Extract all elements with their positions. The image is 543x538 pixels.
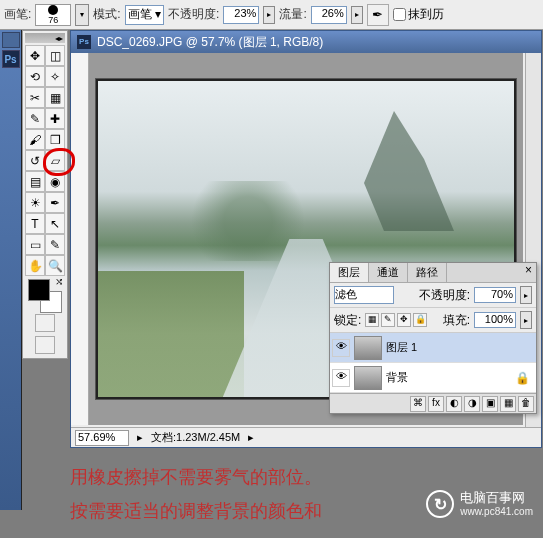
- lock-move-icon[interactable]: ✥: [397, 313, 411, 327]
- brush-dropdown-icon[interactable]: ▾: [75, 4, 89, 26]
- group-icon[interactable]: ▣: [482, 396, 498, 412]
- brush-options-bar: 画笔: 76 ▾ 模式: 画笔 ▾ 不透明度: 23% ▸ 流量: 26% ▸ …: [0, 0, 543, 30]
- layers-panel: 图层 通道 路径 × 滤色 不透明度: 70% ▸ 锁定: ▦ ✎ ✥ 🔒 填充…: [329, 262, 537, 414]
- fill-label: 填充:: [443, 312, 470, 329]
- hand-tool[interactable]: ✋: [25, 255, 45, 276]
- panel-close-icon[interactable]: ×: [521, 263, 536, 282]
- photoshop-logo-icon: Ps: [2, 50, 20, 68]
- layer-opacity-input[interactable]: 70%: [474, 287, 516, 303]
- eyedropper-tool[interactable]: ✎: [25, 108, 45, 129]
- eraser-tool[interactable]: ▱: [45, 150, 65, 171]
- brush-dot-icon: [48, 5, 58, 15]
- adjustment-icon[interactable]: ◑: [464, 396, 480, 412]
- fill-input[interactable]: 100%: [474, 312, 516, 328]
- swap-colors-icon[interactable]: ⤭: [55, 276, 63, 287]
- stamp-tool[interactable]: ❒: [45, 129, 65, 150]
- blur-tool[interactable]: ◉: [45, 171, 65, 192]
- blend-row: 滤色 不透明度: 70% ▸: [330, 283, 536, 308]
- opacity-input[interactable]: 23%: [223, 6, 259, 24]
- brush-label: 画笔:: [4, 6, 31, 23]
- flow-label: 流量:: [279, 6, 306, 23]
- statusbar-arrow-icon[interactable]: ▸: [137, 431, 143, 444]
- stripe-toggle-icon[interactable]: [2, 32, 20, 48]
- erase-history-box[interactable]: [393, 8, 406, 21]
- trash-icon[interactable]: 🗑: [518, 396, 534, 412]
- lock-indicator-icon: 🔒: [515, 371, 530, 385]
- fill-arrow-icon[interactable]: ▸: [520, 311, 532, 329]
- tab-layers[interactable]: 图层: [330, 263, 369, 282]
- new-layer-icon[interactable]: ▦: [500, 396, 516, 412]
- zoom-tool[interactable]: 🔍: [45, 255, 65, 276]
- zoom-input[interactable]: 57.69%: [75, 430, 129, 446]
- visibility-eye-icon[interactable]: 👁: [332, 369, 350, 387]
- path-tool[interactable]: ↖: [45, 213, 65, 234]
- lock-label: 锁定:: [334, 312, 361, 329]
- layers-panel-footer: ⌘ fx ◐ ◑ ▣ ▦ 🗑: [330, 393, 536, 413]
- screen-mode-button[interactable]: [35, 336, 55, 354]
- tab-channels[interactable]: 通道: [369, 263, 408, 282]
- flow-input[interactable]: 26%: [311, 6, 347, 24]
- marquee-tool[interactable]: ◫: [45, 45, 65, 66]
- lock-icons-group: ▦ ✎ ✥ 🔒: [365, 313, 427, 327]
- brush-preset-picker[interactable]: 76: [35, 4, 71, 26]
- pen-tool[interactable]: ✒: [45, 192, 65, 213]
- gradient-tool[interactable]: ▤: [25, 171, 45, 192]
- crop-tool[interactable]: ✂: [25, 87, 45, 108]
- slice-tool[interactable]: ▦: [45, 87, 65, 108]
- document-statusbar: 57.69% ▸ 文档:1.23M/2.45M ▸: [71, 427, 541, 447]
- layer-list: 👁 图层 1 👁 背景 🔒: [330, 333, 536, 393]
- image-mountain: [354, 111, 454, 231]
- mask-icon[interactable]: ◐: [446, 396, 462, 412]
- lock-row: 锁定: ▦ ✎ ✥ 🔒 填充: 100% ▸: [330, 308, 536, 333]
- wand-tool[interactable]: ✧: [45, 66, 65, 87]
- panel-tabs: 图层 通道 路径 ×: [330, 263, 536, 283]
- opacity-flyout-icon[interactable]: ▸: [263, 6, 275, 24]
- lock-transparent-icon[interactable]: ▦: [365, 313, 379, 327]
- watermark-logo-icon: ↻: [426, 490, 454, 518]
- dodge-tool[interactable]: ☀: [25, 192, 45, 213]
- ruler-vertical[interactable]: [71, 53, 89, 425]
- doc-ps-icon: Ps: [77, 35, 91, 49]
- lock-paint-icon[interactable]: ✎: [381, 313, 395, 327]
- layer-name[interactable]: 背景: [386, 370, 408, 385]
- layer-thumbnail[interactable]: [354, 336, 382, 360]
- history-brush-tool[interactable]: ↺: [25, 150, 45, 171]
- visibility-eye-icon[interactable]: 👁: [332, 339, 350, 357]
- flow-flyout-icon[interactable]: ▸: [351, 6, 363, 24]
- layer-item[interactable]: 👁 背景 🔒: [330, 363, 536, 393]
- caption-line2: 按需要适当的调整背景的颜色和: [70, 494, 322, 528]
- layer-item[interactable]: 👁 图层 1: [330, 333, 536, 363]
- toolbox-panel: ◂▸ ✥◫ ⟲✧ ✂▦ ✎✚ 🖌❒ ↺▱ ▤◉ ☀✒ T↖ ▭✎ ✋🔍 ⤭: [22, 30, 68, 359]
- airbrush-icon[interactable]: ✒: [367, 4, 389, 26]
- lock-all-icon[interactable]: 🔒: [413, 313, 427, 327]
- watermark-brand: 电脑百事网: [460, 491, 533, 505]
- watermark-url: www.pc841.com: [460, 506, 533, 517]
- shape-tool[interactable]: ▭: [25, 234, 45, 255]
- move-tool[interactable]: ✥: [25, 45, 45, 66]
- erase-history-checkbox[interactable]: 抹到历: [393, 6, 444, 23]
- layer-opacity-arrow-icon[interactable]: ▸: [520, 286, 532, 304]
- color-swatches: ⤭: [25, 276, 65, 312]
- mode-label: 模式:: [93, 6, 120, 23]
- foreground-color-swatch[interactable]: [28, 279, 50, 301]
- image-grass-left: [98, 271, 244, 397]
- blend-mode-select[interactable]: 画笔 ▾: [125, 5, 164, 25]
- patch-tool[interactable]: ✚: [45, 108, 65, 129]
- type-tool[interactable]: T: [25, 213, 45, 234]
- layer-thumbnail[interactable]: [354, 366, 382, 390]
- fx-icon[interactable]: fx: [428, 396, 444, 412]
- lasso-tool[interactable]: ⟲: [25, 66, 45, 87]
- layer-opacity-label: 不透明度:: [419, 287, 470, 304]
- tab-paths[interactable]: 路径: [408, 263, 447, 282]
- layer-name[interactable]: 图层 1: [386, 340, 417, 355]
- document-titlebar[interactable]: Ps DSC_0269.JPG @ 57.7% (图层 1, RGB/8): [71, 31, 541, 53]
- quick-mask-button[interactable]: [35, 314, 55, 332]
- link-layers-icon[interactable]: ⌘: [410, 396, 426, 412]
- layer-blend-select[interactable]: 滤色: [334, 286, 394, 304]
- doc-size-label: 文档:1.23M/2.45M: [151, 430, 240, 445]
- notes-tool[interactable]: ✎: [45, 234, 65, 255]
- brush-tool[interactable]: 🖌: [25, 129, 45, 150]
- toolbox-handle[interactable]: ◂▸: [25, 33, 65, 43]
- caption-line1: 用橡皮擦掉不需要雾气的部位。: [70, 460, 322, 494]
- statusbar-menu-icon[interactable]: ▸: [248, 431, 254, 444]
